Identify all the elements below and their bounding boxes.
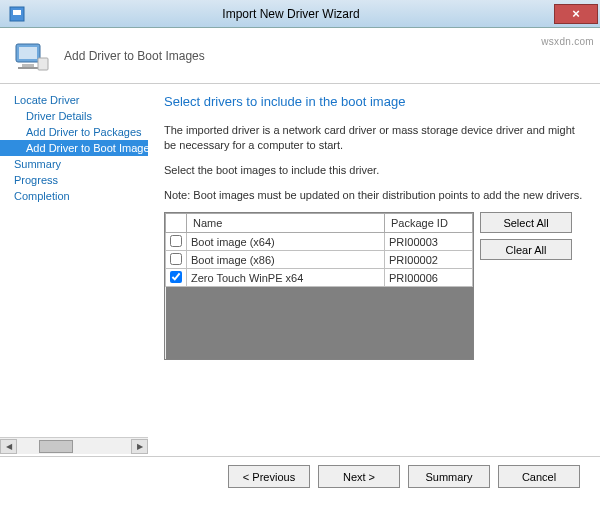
select-all-button[interactable]: Select All — [480, 212, 572, 233]
row-checkbox[interactable] — [170, 253, 182, 265]
sidebar-horizontal-scrollbar[interactable]: ◀ ▶ — [0, 437, 148, 454]
previous-button[interactable]: < Previous — [228, 465, 310, 488]
clear-all-button[interactable]: Clear All — [480, 239, 572, 260]
window-title: Import New Driver Wizard — [28, 7, 554, 21]
row-pkg: PRI00002 — [385, 251, 473, 269]
instruction-text-1: The imported driver is a network card dr… — [164, 123, 584, 153]
row-pkg: PRI00003 — [385, 233, 473, 251]
wizard-steps-sidebar: Locate Driver Driver Details Add Driver … — [0, 84, 148, 454]
svg-rect-5 — [18, 67, 38, 69]
scroll-left-arrow[interactable]: ◀ — [0, 439, 17, 454]
instruction-text-3: Note: Boot images must be updated on the… — [164, 188, 584, 203]
step-add-to-boot-images[interactable]: Add Driver to Boot Images — [0, 140, 148, 156]
summary-button[interactable]: Summary — [408, 465, 490, 488]
table-header-row: Name Package ID — [166, 214, 473, 233]
main-heading: Select drivers to include in the boot im… — [164, 94, 584, 109]
step-driver-details[interactable]: Driver Details — [0, 108, 148, 124]
step-summary[interactable]: Summary — [0, 156, 148, 172]
instruction-text-2: Select the boot images to include this d… — [164, 163, 584, 178]
close-button[interactable]: × — [554, 4, 598, 24]
step-locate-driver[interactable]: Locate Driver — [0, 92, 148, 108]
row-checkbox[interactable] — [170, 235, 182, 247]
column-package-id[interactable]: Package ID — [385, 214, 473, 233]
wizard-footer: < Previous Next > Summary Cancel — [0, 456, 600, 496]
step-completion[interactable]: Completion — [0, 188, 148, 204]
svg-rect-4 — [22, 64, 34, 67]
row-name: Zero Touch WinPE x64 — [187, 269, 385, 287]
svg-rect-3 — [19, 47, 37, 59]
window-titlebar: Import New Driver Wizard × — [0, 0, 600, 28]
main-panel: Select drivers to include in the boot im… — [148, 84, 600, 454]
row-checkbox[interactable] — [170, 271, 182, 283]
step-progress[interactable]: Progress — [0, 172, 148, 188]
column-name[interactable]: Name — [187, 214, 385, 233]
scroll-thumb[interactable] — [39, 440, 73, 453]
step-add-to-packages[interactable]: Add Driver to Packages — [0, 124, 148, 140]
column-checkbox — [166, 214, 187, 233]
table-row[interactable]: Boot image (x64) PRI00003 — [166, 233, 473, 251]
row-name: Boot image (x64) — [187, 233, 385, 251]
boot-images-table: Name Package ID Boot image (x64) PRI0000… — [164, 212, 474, 360]
cancel-button[interactable]: Cancel — [498, 465, 580, 488]
scroll-right-arrow[interactable]: ▶ — [131, 439, 148, 454]
wizard-header: Add Driver to Boot Images — [0, 28, 600, 84]
page-title: Add Driver to Boot Images — [64, 49, 205, 63]
row-pkg: PRI00006 — [385, 269, 473, 287]
table-row[interactable]: Boot image (x86) PRI00002 — [166, 251, 473, 269]
svg-rect-1 — [13, 10, 21, 15]
next-button[interactable]: Next > — [318, 465, 400, 488]
row-name: Boot image (x86) — [187, 251, 385, 269]
svg-rect-6 — [38, 58, 48, 70]
content-area: Locate Driver Driver Details Add Driver … — [0, 84, 600, 454]
table-row[interactable]: Zero Touch WinPE x64 PRI00006 — [166, 269, 473, 287]
watermark-text: wsxdn.com — [541, 36, 594, 47]
computer-icon — [12, 36, 52, 76]
system-menu-icon[interactable] — [6, 3, 28, 25]
